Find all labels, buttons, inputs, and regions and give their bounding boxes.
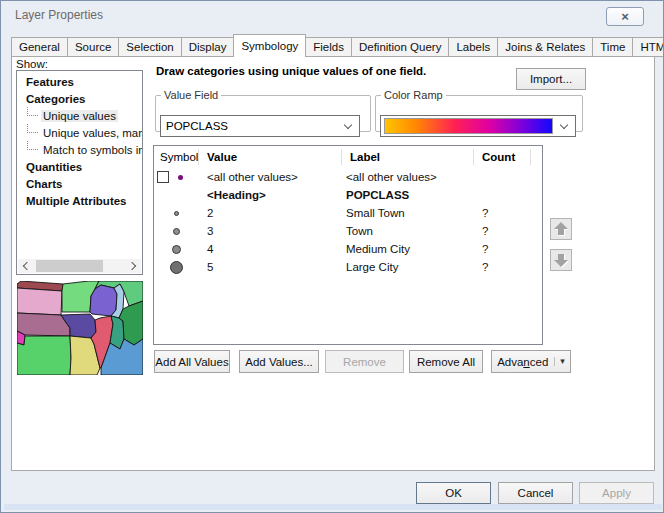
chevron-right-icon xyxy=(128,262,136,270)
point-symbol-icon xyxy=(173,228,180,235)
show-item-unique-values[interactable]: Unique values xyxy=(17,107,142,124)
point-symbol-icon xyxy=(170,261,183,274)
cancel-button[interactable]: Cancel xyxy=(498,482,573,504)
symbol-cell xyxy=(154,204,199,222)
value-field-select[interactable]: POPCLASS xyxy=(160,115,360,137)
color-ramp-group: Color Ramp xyxy=(375,89,583,132)
title-bar[interactable]: Layer Properties × xyxy=(1,1,663,29)
show-item-quantities[interactable]: Quantities xyxy=(17,158,142,175)
all-other-values-checkbox[interactable] xyxy=(157,171,169,183)
tree-horizontal-scrollbar[interactable] xyxy=(18,259,141,273)
close-icon: × xyxy=(621,10,629,23)
tab-source[interactable]: Source xyxy=(68,37,119,57)
value-field-group-label: Value Field xyxy=(161,89,221,101)
advanced-button[interactable]: Advanced▾ xyxy=(491,350,571,373)
move-down-button[interactable] xyxy=(550,249,572,271)
chevron-down-icon xyxy=(337,116,359,136)
label-cell: POPCLASS xyxy=(342,189,474,201)
add-all-values-button[interactable]: Add All Values xyxy=(154,350,230,373)
table-header: SymbolValueLabelCount xyxy=(154,146,542,168)
column-header-symbol: Symbol xyxy=(154,149,199,165)
label-cell: Small Town xyxy=(342,207,474,219)
label-cell: Large City xyxy=(342,261,474,273)
tab-joins-relates[interactable]: Joins & Relates xyxy=(498,37,593,57)
tab-fields[interactable]: Fields xyxy=(306,37,352,57)
show-item-categories[interactable]: Categories xyxy=(17,90,142,107)
apply-button[interactable]: Apply xyxy=(579,482,654,504)
tab-general[interactable]: General xyxy=(11,37,68,57)
scroll-right-button[interactable] xyxy=(126,259,141,273)
show-item-charts[interactable]: Charts xyxy=(17,175,142,192)
label-cell: Medium City xyxy=(342,243,474,255)
point-symbol-icon xyxy=(174,211,179,216)
scrollbar-thumb[interactable] xyxy=(36,260,103,272)
value-cell: <Heading> xyxy=(199,189,342,201)
table-row[interactable]: 5Large City? xyxy=(154,258,542,276)
value-cell: 3 xyxy=(199,225,342,237)
arrow-down-icon xyxy=(554,253,568,267)
move-up-button[interactable] xyxy=(550,218,572,240)
page-heading: Draw categories using unique values of o… xyxy=(156,65,516,77)
unique-values-table: SymbolValueLabelCount <all other values>… xyxy=(153,145,543,345)
add-values-button[interactable]: Add Values... xyxy=(239,350,319,373)
chevron-down-icon xyxy=(553,116,575,136)
map-region xyxy=(17,288,62,315)
show-item-unique-values-many[interactable]: Unique values, many xyxy=(17,124,142,141)
show-item-label: Quantities xyxy=(24,161,84,173)
tree-connector-icon xyxy=(27,107,38,116)
show-item-label: Match to symbols in a xyxy=(41,144,142,156)
color-ramp-group-label: Color Ramp xyxy=(381,89,446,101)
show-item-label: Multiple Attributes xyxy=(24,195,129,207)
value-cell: 4 xyxy=(199,243,342,255)
table-row[interactable]: 2Small Town? xyxy=(154,204,542,222)
point-symbol-icon xyxy=(172,245,181,254)
show-item-label: Charts xyxy=(24,178,64,190)
count-cell: ? xyxy=(474,207,531,219)
column-header-count: Count xyxy=(474,149,531,165)
value-cell: 2 xyxy=(199,207,342,219)
scroll-left-button[interactable] xyxy=(18,259,33,273)
show-item-label: Features xyxy=(24,76,76,88)
show-tree: FeaturesCategoriesUnique valuesUnique va… xyxy=(16,70,143,275)
show-item-match-to-symbols-in-a[interactable]: Match to symbols in a xyxy=(17,141,142,158)
symbology-tab-page: Show: FeaturesCategoriesUnique valuesUni… xyxy=(11,56,655,471)
label-cell: Town xyxy=(342,225,474,237)
point-symbol-icon xyxy=(178,175,183,180)
tab-time[interactable]: Time xyxy=(593,37,633,57)
import-button[interactable]: Import... xyxy=(516,68,586,90)
map-region xyxy=(17,336,71,375)
color-ramp-select[interactable] xyxy=(380,115,576,137)
layer-properties-dialog: Layer Properties × GeneralSourceSelectio… xyxy=(0,0,664,513)
count-cell: ? xyxy=(474,225,531,237)
tab-definition-query[interactable]: Definition Query xyxy=(352,37,449,57)
chevron-left-icon xyxy=(23,262,31,270)
tab-symbology[interactable]: Symbology xyxy=(233,34,306,57)
table-row[interactable]: 3Town? xyxy=(154,222,542,240)
show-item-label: Unique values, many xyxy=(41,127,142,139)
window-title: Layer Properties xyxy=(15,8,103,22)
tab-display[interactable]: Display xyxy=(182,37,235,57)
show-item-multiple-attributes[interactable]: Multiple Attributes xyxy=(17,192,142,209)
tab-html-popup[interactable]: HTML Popup xyxy=(633,37,664,57)
tab-bar: GeneralSourceSelectionDisplaySymbologyFi… xyxy=(11,34,664,57)
table-row[interactable]: 4Medium City? xyxy=(154,240,542,258)
symbol-cell xyxy=(154,168,199,186)
symbol-cell xyxy=(154,258,199,276)
symbol-cell xyxy=(154,186,199,204)
table-row[interactable]: <Heading>POPCLASS xyxy=(154,186,542,204)
label-cell: <all other values> xyxy=(342,171,474,183)
ok-button[interactable]: OK xyxy=(416,482,491,504)
table-body: <all other values><all other values><Hea… xyxy=(154,168,542,276)
arrow-up-icon xyxy=(554,222,568,236)
value-cell: 5 xyxy=(199,261,342,273)
tree-connector-icon xyxy=(27,124,38,133)
remove-all-button[interactable]: Remove All xyxy=(409,350,483,373)
show-item-label: Unique values xyxy=(41,110,118,122)
close-button[interactable]: × xyxy=(606,7,644,26)
show-item-features[interactable]: Features xyxy=(17,73,142,90)
remove-button[interactable]: Remove xyxy=(325,350,404,373)
tab-labels[interactable]: Labels xyxy=(449,37,498,57)
tab-selection[interactable]: Selection xyxy=(119,37,181,57)
table-row[interactable]: <all other values><all other values> xyxy=(154,168,542,186)
dialog-bottom-strip xyxy=(4,504,662,510)
